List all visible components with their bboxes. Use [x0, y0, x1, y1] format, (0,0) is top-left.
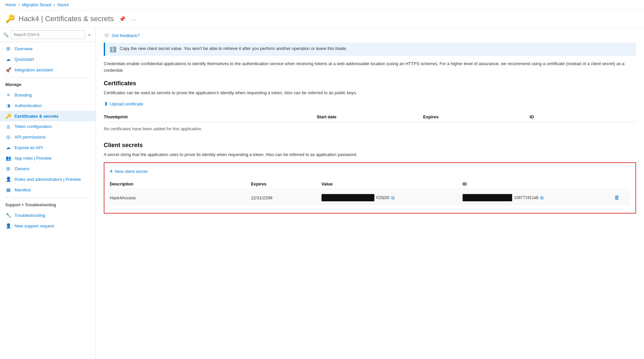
- integration-icon: 🚀: [5, 67, 11, 72]
- client-secrets-section: Client secrets A secret string that the …: [104, 142, 636, 214]
- secret-id-masked: [463, 194, 512, 201]
- col-expires: Expires: [251, 181, 322, 186]
- sidebar: 🔍 « ⊞ Overview ☁ Quickstart 🚀 Integratio…: [0, 28, 96, 359]
- new-support-icon: 👤: [5, 223, 11, 228]
- sidebar-item-label: Troubleshooting: [15, 213, 45, 218]
- sidebar-item-label: Quickstart: [15, 57, 34, 62]
- sidebar-item-label: Certificates & secrets: [15, 114, 58, 119]
- certificates-table: Thumbprint Start date Expires ID No cert…: [104, 112, 636, 134]
- sidebar-item-roles-admin[interactable]: 👤 Roles and administrators | Preview: [0, 174, 95, 184]
- table-row: Hack4Access 12/31/2299 KZ6jS0 ⧉ 10877191…: [110, 191, 630, 205]
- breadcrumb-tenant[interactable]: Migration Tenant: [22, 3, 52, 7]
- heart-icon: 🤍: [104, 33, 109, 38]
- col-thumbprint: Thumbprint: [104, 114, 317, 119]
- sidebar-item-integration[interactable]: 🚀 Integration assistant: [0, 64, 95, 75]
- sidebar-item-label: Overview: [15, 46, 32, 51]
- client-secrets-desc: A secret string that the application use…: [104, 151, 636, 158]
- secrets-table-header: Description Expires Value ID: [110, 179, 630, 189]
- new-client-secret-button[interactable]: + New client secret: [110, 168, 147, 174]
- col-value: Value: [322, 181, 463, 186]
- search-input[interactable]: [11, 30, 85, 39]
- page-header: 🔑 Hack4 | Certificates & secrets 📌 …: [0, 10, 644, 28]
- owners-icon: ⊞: [5, 166, 11, 171]
- sidebar-item-certificates[interactable]: 🔑 Certificates & secrets: [0, 111, 95, 121]
- sidebar-item-authentication[interactable]: ◑ Authentication: [0, 100, 95, 111]
- sidebar-item-label: New support request: [15, 223, 54, 228]
- col-description: Description: [110, 181, 251, 186]
- main-description: Credentials enable confidential applicat…: [104, 60, 636, 73]
- sidebar-item-label: Expose an API: [15, 145, 43, 150]
- certificates-table-header: Thumbprint Start date Expires ID: [104, 112, 636, 122]
- certificates-title: Certificates: [104, 80, 636, 87]
- authentication-icon: ◑: [5, 103, 11, 108]
- certificates-section: Certificates Certificates can be used as…: [104, 80, 636, 134]
- upload-label: Upload certificate: [110, 101, 143, 106]
- copy-id-button[interactable]: ⧉: [540, 195, 544, 201]
- plus-icon: +: [110, 168, 113, 174]
- sidebar-item-manifest[interactable]: ▦ Manifest: [0, 184, 95, 195]
- sidebar-item-label: Roles and administrators | Preview: [15, 177, 81, 182]
- sidebar-item-expose-api[interactable]: ☁ Expose an API: [0, 142, 95, 153]
- sidebar-item-label: Integration assistant: [15, 67, 53, 72]
- sidebar-item-app-roles[interactable]: 👥 App roles | Preview: [0, 153, 95, 163]
- sidebar-item-overview[interactable]: ⊞ Overview: [0, 43, 95, 54]
- secret-value: KZ6jS0 ⧉: [322, 194, 463, 201]
- sidebar-item-api-permissions[interactable]: ◎ API permissions: [0, 132, 95, 142]
- upload-certificate-link[interactable]: ⬆ Upload certificate: [104, 101, 143, 107]
- feedback-label: Got feedback?: [112, 33, 140, 38]
- secret-id: 108771911a8 ⧉: [463, 194, 604, 201]
- nav-section-manage: ≡ Branding ◑ Authentication 🔑 Certificat…: [0, 88, 95, 196]
- more-options-icon[interactable]: …: [131, 16, 136, 22]
- nav-divider-support: [5, 198, 90, 198]
- secret-expires: 12/31/2299: [251, 195, 322, 200]
- expose-api-icon: ☁: [5, 145, 11, 150]
- overview-icon: ⊞: [5, 46, 11, 51]
- delete-secret-button[interactable]: 🗑: [614, 195, 620, 201]
- secret-value-suffix: KZ6jS0: [376, 195, 389, 200]
- breadcrumb-app[interactable]: Hack4: [57, 3, 69, 7]
- col-actions: [604, 181, 630, 186]
- certificates-desc: Certificates can be used as secrets to p…: [104, 90, 636, 96]
- pin-icon[interactable]: 📌: [119, 16, 126, 22]
- search-icon: 🔍: [3, 32, 9, 37]
- app-roles-icon: 👥: [5, 155, 11, 161]
- sidebar-item-quickstart[interactable]: ☁ Quickstart: [0, 54, 95, 64]
- sidebar-item-troubleshooting[interactable]: 🔧 Troubleshooting: [0, 210, 95, 220]
- nav-section-top: ⊞ Overview ☁ Quickstart 🚀 Integration as…: [0, 42, 95, 76]
- sidebar-item-label: App roles | Preview: [15, 156, 52, 161]
- secret-delete-cell: 🗑: [604, 195, 630, 201]
- sidebar-item-label: API permissions: [15, 135, 46, 140]
- manifest-icon: ▦: [5, 187, 11, 192]
- roles-admin-icon: 👤: [5, 177, 11, 182]
- sidebar-item-token-config[interactable]: ||| Token configuration: [0, 121, 95, 132]
- sidebar-item-label: Branding: [15, 93, 32, 98]
- content-area: 🤍 Got feedback? ℹ️ Copy the new client s…: [96, 28, 644, 359]
- token-icon: |||: [5, 124, 11, 129]
- info-icon: ℹ️: [110, 46, 116, 53]
- sidebar-item-branding[interactable]: ≡ Branding: [0, 90, 95, 100]
- sidebar-item-label: Token configuration: [15, 124, 52, 129]
- copy-value-button[interactable]: ⧉: [391, 195, 395, 201]
- search-bar: 🔍 «: [0, 28, 95, 42]
- upload-icon: ⬆: [104, 101, 108, 107]
- col-expires: Expires: [423, 114, 530, 119]
- sidebar-item-label: Owners: [15, 166, 29, 171]
- collapse-button[interactable]: «: [87, 31, 92, 38]
- certificates-icon: 🔑: [5, 113, 11, 119]
- feedback-link[interactable]: 🤍 Got feedback?: [104, 33, 636, 38]
- branding-icon: ≡: [5, 92, 11, 98]
- breadcrumb: Home › Migration Tenant › Hack4: [0, 0, 644, 10]
- secret-description: Hack4Access: [110, 195, 251, 200]
- breadcrumb-home[interactable]: Home: [5, 3, 16, 7]
- sidebar-item-new-support[interactable]: 👤 New support request: [0, 220, 95, 231]
- client-secrets-highlighted-box: + New client secret Description Expires …: [104, 162, 636, 214]
- col-id: ID: [463, 181, 604, 186]
- page-title: Hack4 | Certificates & secrets: [19, 15, 114, 23]
- col-start-date: Start date: [317, 114, 423, 119]
- secrets-table: Description Expires Value ID Hack4Access…: [110, 179, 630, 205]
- manage-section-label: Manage: [0, 79, 95, 88]
- sidebar-item-owners[interactable]: ⊞ Owners: [0, 163, 95, 174]
- secret-id-suffix: 108771911a8: [514, 195, 538, 200]
- client-secrets-title: Client secrets: [104, 142, 636, 149]
- api-permissions-icon: ◎: [5, 134, 11, 140]
